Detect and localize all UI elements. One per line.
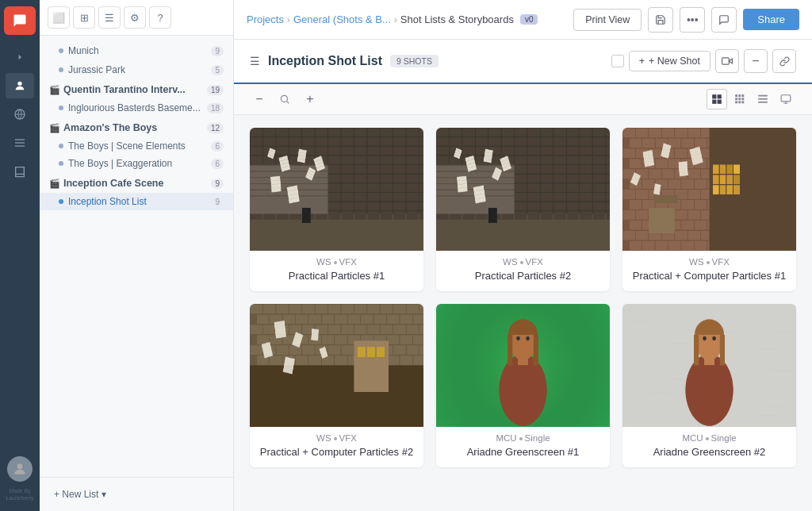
- boys-el-count: 6: [211, 141, 224, 152]
- top-nav-actions: Print View ••• Share: [573, 7, 799, 33]
- boys-ex-dot: [59, 161, 63, 166]
- shots-area: WSVFXPractical Particles #1WSVFXPractica…: [234, 115, 812, 511]
- save-icon-btn[interactable]: [648, 7, 673, 33]
- shot-name-4: Practical + Computer Particles #2: [259, 446, 414, 458]
- shot-card-6[interactable]: MCUSingleAriadne Greenscreen #2: [622, 304, 796, 467]
- more-options-btn[interactable]: •••: [680, 7, 705, 33]
- shot-tags-4: WSVFX: [259, 433, 414, 443]
- svg-point-7: [281, 95, 287, 102]
- sidebar-toolbar: ⬜ ⊞ ☰ ⚙ ?: [40, 0, 233, 36]
- shot-name-6: Ariadne Greenscreen #2: [632, 446, 787, 458]
- svg-rect-4: [15, 145, 25, 146]
- app-logo[interactable]: [4, 6, 36, 35]
- zoom-in-btn[interactable]: +: [301, 90, 320, 109]
- svg-rect-24: [781, 95, 791, 102]
- camera-btn[interactable]: [715, 49, 739, 73]
- sidebar-item-inception-shots[interactable]: Inception Shot List 9: [40, 193, 233, 210]
- top-nav: Projects › General (Shots & B... › Shot …: [234, 0, 812, 40]
- new-shot-plus: +: [639, 56, 645, 67]
- svg-rect-14: [741, 94, 744, 97]
- sidebar-nav-user[interactable]: [6, 73, 34, 98]
- svg-rect-13: [738, 94, 741, 97]
- svg-rect-16: [738, 98, 741, 100]
- inception-count: 9: [211, 179, 224, 189]
- sidebar-nav-globe[interactable]: [6, 102, 34, 127]
- munich-count: 9: [211, 46, 224, 56]
- tarantino-icon: 🎬: [49, 85, 60, 95]
- table-tool-btn[interactable]: ☰: [98, 6, 121, 29]
- view-list-btn[interactable]: [753, 89, 773, 110]
- section-tarantino: 🎬 Quentin Tarantino Interv... 19 Inglour…: [40, 80, 233, 117]
- content-title-icon: ☰: [250, 55, 260, 67]
- sidebar-nav-arrow[interactable]: [6, 44, 34, 70]
- jurassic-dot: [59, 67, 63, 72]
- zoom-out-btn[interactable]: −: [250, 90, 269, 109]
- shots-grid: WSVFXPractical Particles #1WSVFXPractica…: [250, 128, 796, 467]
- sidebar-item-jurassic[interactable]: Jurassic Park 5: [40, 61, 233, 79]
- icon-bar: Made ByLauncherry: [0, 0, 40, 511]
- boys-el-dot: [59, 144, 63, 148]
- new-list-label: + New List: [54, 489, 98, 500]
- frame-tool-btn[interactable]: ⬜: [48, 6, 70, 29]
- share-button[interactable]: Share: [743, 9, 799, 30]
- shot-card-2[interactable]: WSVFXPractical Particles #2: [436, 128, 610, 291]
- svg-point-5: [17, 464, 23, 470]
- sidebar-item-boys-exag[interactable]: The Boys | Exaggeration 6: [40, 155, 233, 172]
- comment-btn[interactable]: [711, 7, 737, 33]
- avatar[interactable]: [7, 456, 33, 482]
- shot-name-3: Practical + Computer Particles #1: [632, 270, 787, 282]
- sidebar-item-munich[interactable]: Munich 9: [40, 42, 233, 60]
- shot-card-3[interactable]: WSVFXPractical + Computer Particles #1: [622, 128, 796, 291]
- inception-shot-dot: [59, 199, 63, 204]
- minus-btn[interactable]: −: [744, 49, 768, 73]
- sidebar-content: Munich 9 Jurassic Park 5 🎬 Quentin Taran…: [40, 36, 233, 477]
- inception-icon: 🎬: [49, 179, 60, 189]
- print-view-button[interactable]: Print View: [573, 9, 642, 31]
- svg-rect-19: [738, 101, 741, 103]
- svg-rect-10: [712, 100, 716, 104]
- sidebar-item-inglourious[interactable]: Inglourious Basterds Baseme... 18: [40, 99, 233, 117]
- view-grid-medium-btn[interactable]: [730, 89, 750, 110]
- svg-rect-23: [758, 102, 768, 103]
- zoom-icon: [275, 90, 294, 109]
- view-monitor-btn[interactable]: [776, 89, 796, 110]
- breadcrumb-general[interactable]: General (Shots & B...: [293, 13, 391, 25]
- new-list-button[interactable]: + New List ▾: [49, 486, 224, 503]
- sidebar-item-boys-elements[interactable]: The Boys | Scene Elements 6: [40, 137, 233, 155]
- shot-name-1: Practical Particles #1: [259, 270, 414, 282]
- new-list-chevron: ▾: [102, 489, 106, 500]
- jurassic-count: 5: [211, 65, 224, 75]
- view-mode-buttons: [707, 89, 796, 110]
- new-shot-label: + New Shot: [649, 56, 700, 67]
- svg-rect-11: [718, 100, 722, 104]
- boys-ex-label: The Boys | Exaggeration: [68, 158, 206, 169]
- shot-card-1[interactable]: WSVFXPractical Particles #1: [250, 128, 423, 291]
- made-by-label: Made ByLauncherry: [6, 488, 33, 505]
- settings-tool-btn[interactable]: ⚙: [124, 6, 146, 29]
- sidebar-nav-list[interactable]: [6, 130, 34, 156]
- shot-card-5[interactable]: MCUSingleAriadne Greenscreen #1: [436, 304, 610, 467]
- content-title: Inception Shot List: [268, 54, 382, 68]
- inglourious-label: Inglourious Basterds Baseme...: [68, 102, 202, 113]
- boys-title: Amazon's The Boys: [63, 122, 204, 133]
- tarantino-title: Quentin Tarantino Interv...: [63, 84, 204, 95]
- help-tool-btn[interactable]: ?: [149, 6, 171, 29]
- new-shot-button[interactable]: + + New Shot: [629, 51, 710, 71]
- shots-badge: 9 SHOTS: [390, 55, 439, 67]
- link-btn[interactable]: [772, 49, 796, 73]
- select-all-checkbox[interactable]: [611, 55, 624, 67]
- section-inception: 🎬 Inception Cafe Scene 9 Inception Shot …: [40, 174, 233, 210]
- shot-name-2: Practical Particles #2: [446, 270, 600, 282]
- inglourious-dot: [59, 106, 63, 110]
- inception-header[interactable]: 🎬 Inception Cafe Scene 9: [40, 174, 233, 193]
- svg-rect-17: [741, 98, 744, 100]
- svg-rect-3: [15, 142, 25, 143]
- tarantino-header[interactable]: 🎬 Quentin Tarantino Interv... 19: [40, 80, 233, 99]
- breadcrumb-projects[interactable]: Projects: [247, 13, 284, 25]
- grid-tool-btn[interactable]: ⊞: [73, 6, 95, 29]
- sidebar-nav-book[interactable]: [6, 159, 34, 184]
- view-grid-large-btn[interactable]: [707, 89, 727, 110]
- boys-header[interactable]: 🎬 Amazon's The Boys 12: [40, 118, 233, 137]
- shot-card-4[interactable]: WSVFXPractical + Computer Particles #2: [250, 304, 423, 467]
- content-header-actions: + + New Shot −: [611, 49, 796, 73]
